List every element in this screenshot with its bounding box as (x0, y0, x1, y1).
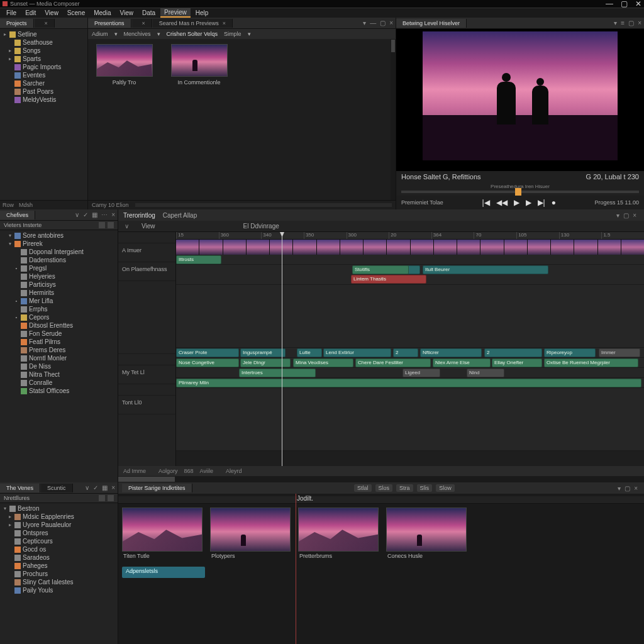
check-icon[interactable]: ✓ (82, 211, 89, 218)
dropdown-icon[interactable]: ∨ (84, 484, 91, 491)
expand-icon[interactable]: ▸ (8, 48, 13, 53)
expand-icon[interactable]: ▾ (8, 233, 13, 238)
timeline-clip[interactable]: Immer (599, 348, 640, 357)
lib-tab-2[interactable]: Scuntic (41, 484, 73, 492)
tree-item[interactable]: Ditsosl Erenttes (0, 321, 118, 330)
maximize-button[interactable]: ▢ (621, 0, 628, 8)
step-fwd-button[interactable]: ▶| (538, 198, 545, 207)
dropdown-icon[interactable]: ∨ (74, 211, 80, 218)
source-tab-1[interactable]: Presentions (88, 19, 131, 28)
timeline-clip[interactable]: Jele Dingr (240, 358, 291, 367)
view-icon[interactable] (99, 222, 105, 228)
tree-item[interactable]: Nitra Thect (0, 370, 118, 379)
program-tab[interactable]: Betwing Level Hiselver (396, 19, 467, 28)
tree-item[interactable]: Seathouse (0, 38, 87, 47)
track-header[interactable]: Tont Ll0 (118, 396, 175, 414)
source-tab-2[interactable]: × (132, 19, 152, 28)
tree-item[interactable]: Sliny Cart Ialestes (0, 578, 118, 586)
close-icon[interactable]: × (110, 484, 116, 491)
filmstrip-track[interactable] (176, 240, 644, 255)
tree-item[interactable]: Hermirits (0, 289, 118, 297)
tree-item[interactable]: Prems Deres (0, 346, 118, 354)
tree-item[interactable]: Fon Serude (0, 330, 118, 338)
playhead[interactable] (282, 232, 282, 466)
timeline-clip[interactable]: Itult Beurer (423, 265, 548, 274)
timeline-track[interactable]: Itult BeurerStotiflsLintem Thastls (176, 265, 644, 285)
tree-item[interactable]: Cepticours (0, 537, 118, 545)
timeline-clip[interactable]: Ellay Onefter (492, 358, 542, 367)
timeline-scrollbar[interactable] (118, 476, 644, 482)
timeline-track[interactable]: Ittrosts (176, 255, 644, 265)
lib-tab-1[interactable]: The Venes (0, 484, 40, 492)
timeline-clip[interactable]: Ingusprampé (240, 348, 286, 357)
timeline-clip[interactable]: Lutte (297, 348, 322, 357)
panel-max-icon[interactable]: ▢ (379, 19, 387, 26)
tree-item[interactable]: ▸Songs (0, 47, 87, 55)
tree-item[interactable]: Past Poars (0, 87, 87, 96)
strip-tool-button[interactable]: Slos (375, 484, 393, 492)
tree-item[interactable]: ▸Mdsic Eapplenries (0, 513, 118, 521)
timeline-clip[interactable]: Lend Extirlor (323, 348, 391, 357)
list-icon[interactable] (108, 495, 114, 501)
tree-item[interactable]: ▾Bestron (0, 504, 118, 513)
panel-menu-icon[interactable]: ▾ (616, 485, 622, 492)
menu-view[interactable]: View (116, 9, 137, 17)
project-tab-2[interactable]: × (35, 19, 55, 28)
tree-item[interactable]: Paheges (0, 562, 118, 570)
minimize-button[interactable]: — (606, 0, 613, 8)
grid-icon[interactable]: ▦ (91, 211, 99, 218)
timeline-clip[interactable]: Lintem Thastls (351, 275, 426, 284)
expand-icon[interactable]: ▾ (3, 506, 8, 511)
step-back-button[interactable]: ◀◀ (496, 198, 508, 207)
tree-item[interactable]: Particisys (0, 280, 118, 289)
panel-min-icon[interactable]: — (369, 19, 377, 26)
expand-icon[interactable]: ▸ (3, 31, 8, 37)
tree-item[interactable]: Errphs (0, 305, 118, 313)
tree-item[interactable]: •Pregsl (0, 264, 118, 272)
tree-item[interactable]: ▸Sparts (0, 55, 87, 63)
tree-item[interactable]: ▾Sore antobires (0, 231, 118, 240)
menu-edit[interactable]: Edit (21, 9, 40, 17)
panel-menu-icon[interactable]: ▾ (613, 19, 618, 26)
close-icon[interactable]: × (142, 20, 145, 26)
footer-item[interactable]: Aolgory (158, 468, 178, 474)
timeline-clip[interactable]: 2 (393, 348, 418, 357)
tree-item[interactable]: Eventes (0, 71, 87, 79)
tree-item[interactable]: Gocd os (0, 545, 118, 553)
menu-view[interactable]: View (41, 9, 62, 17)
footer-item[interactable]: Aleyrd (226, 468, 242, 474)
expand-icon[interactable]: ▾ (8, 241, 13, 247)
tree-item[interactable]: Doponal Intergsient (0, 248, 118, 256)
menu-media[interactable]: Media (90, 9, 114, 17)
panel-menu-icon[interactable]: ▾ (362, 19, 367, 26)
timeline-tab-2[interactable]: Capert Allap (163, 212, 197, 219)
tb-item[interactable]: Menchives (124, 31, 151, 37)
bin-item[interactable]: Paltly Tro (94, 44, 154, 195)
menu-scene[interactable]: Scene (64, 9, 89, 17)
timeline-clip[interactable]: Nose Congetive (176, 358, 239, 367)
strip-tool-button[interactable]: Stlal (354, 484, 372, 492)
strip-audio-clip[interactable]: Adpensletsls (122, 567, 205, 578)
expand-icon[interactable]: ▸ (8, 514, 13, 519)
timeline-track[interactable]: Craser ProteIngusprampéLutteLend Extirlo… (176, 348, 644, 358)
menu-data[interactable]: Data (138, 9, 159, 17)
tree-item[interactable]: Conralle (0, 379, 118, 387)
strip-tool-button[interactable]: Slow (436, 484, 455, 492)
tree-item[interactable]: Pagic Imports (0, 63, 87, 71)
strip-item[interactable]: Pretterbrums (298, 508, 379, 560)
play-forward-button[interactable]: ▶ (526, 198, 531, 207)
timeline-tab-1[interactable]: Trerorintlog (123, 212, 155, 219)
tree-item[interactable]: ▾Pirerek (0, 240, 118, 248)
track-header[interactable]: A Imuer (118, 243, 175, 262)
panel-max-icon[interactable]: ▢ (627, 19, 635, 26)
menu-file[interactable]: File (3, 9, 20, 17)
timeline-track[interactable]: Nose CongetiveJele DingrMina VeodisesChe… (176, 358, 644, 368)
timeline-clip[interactable]: Intertroes (239, 369, 316, 377)
timeline-track[interactable]: IntertroesLigeedNind (176, 368, 644, 378)
footer-item[interactable]: Ad Imme (123, 468, 146, 474)
footer-item[interactable]: Aviile (200, 468, 213, 474)
tree-item[interactable]: Saradeos (0, 553, 118, 562)
list-icon[interactable] (108, 222, 114, 228)
more-icon[interactable]: ⋯ (100, 211, 109, 218)
tb-item[interactable]: Crishen Solter Velqs (167, 31, 218, 37)
